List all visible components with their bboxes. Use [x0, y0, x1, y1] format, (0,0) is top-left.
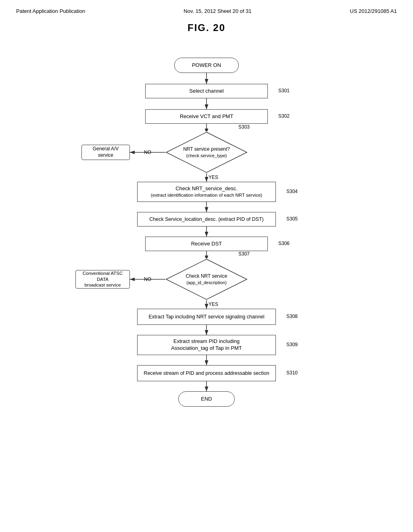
select-channel-node: Select channel S301	[145, 84, 268, 98]
figure-title: FIG. 20	[16, 22, 397, 33]
s301-label: S301	[278, 88, 290, 94]
s309-text2: Association_tag of Tap in PMT	[171, 345, 242, 352]
check-nrt-service-desc-node: Check NRT_service_desc. (extract identif…	[137, 182, 276, 202]
nrt-service-text1: NRT service present?	[183, 146, 230, 153]
no1-label: NO	[144, 150, 151, 155]
s307-text2: (app_id_description)	[186, 280, 227, 285]
s304-text2: (extract identification information of e…	[151, 192, 262, 198]
conventional-atsc-node: Conventional ATSC DATA broadcast service	[75, 270, 130, 289]
nrt-service-text2: (check service_type)	[183, 153, 230, 158]
nrt-service-diamond: NRT service present? (check service_type…	[165, 131, 248, 173]
power-on-node: POWER ON	[174, 58, 239, 73]
no2-label: NO	[144, 276, 151, 282]
check-nrt-service-diamond: Check NRT service (app_id_description) S…	[165, 258, 248, 300]
header: Patent Application Publication Nov. 15, …	[16, 8, 397, 14]
general-av-node: General A/V service	[81, 145, 130, 160]
s305-label: S305	[286, 216, 298, 222]
s307-label: S307	[238, 251, 250, 258]
header-left: Patent Application Publication	[16, 8, 85, 14]
header-middle: Nov. 15, 2012 Sheet 20 of 31	[184, 8, 251, 14]
s307-text1: Check NRT service	[186, 273, 227, 280]
receive-vct-pmt-node: Receive VCT and PMT S302	[145, 109, 268, 124]
s302-label: S302	[278, 113, 290, 120]
header-right: US 2012/291085 A1	[350, 8, 397, 14]
flowchart: POWER ON Select channel S301 Receive VCT…	[65, 46, 348, 489]
receive-dst-node: Receive DST S306	[145, 237, 268, 251]
s309-text1: Extract stream PID including	[171, 338, 242, 345]
s309-label: S309	[286, 342, 298, 348]
page: Patent Application Publication Nov. 15, …	[0, 0, 413, 532]
s308-label: S308	[286, 314, 298, 320]
extract-stream-pid-node: Extract stream PID including Association…	[137, 335, 276, 355]
end-node: END	[178, 391, 235, 407]
s304-text1: Check NRT_service_desc.	[151, 185, 262, 192]
s304-label: S304	[286, 189, 298, 195]
s310-label: S310	[286, 370, 298, 376]
s306-label: S306	[278, 241, 290, 247]
check-service-location-node: Check Service_location_desc. (extract PI…	[137, 212, 276, 227]
extract-tap-node: Extract Tap including NRT service signal…	[137, 309, 276, 325]
receive-stream-pid-node: Receive stream of PID and process addres…	[137, 365, 276, 381]
yes1-label: YES	[209, 175, 218, 180]
yes2-label: YES	[209, 301, 218, 307]
s303-label: S303	[238, 124, 250, 131]
